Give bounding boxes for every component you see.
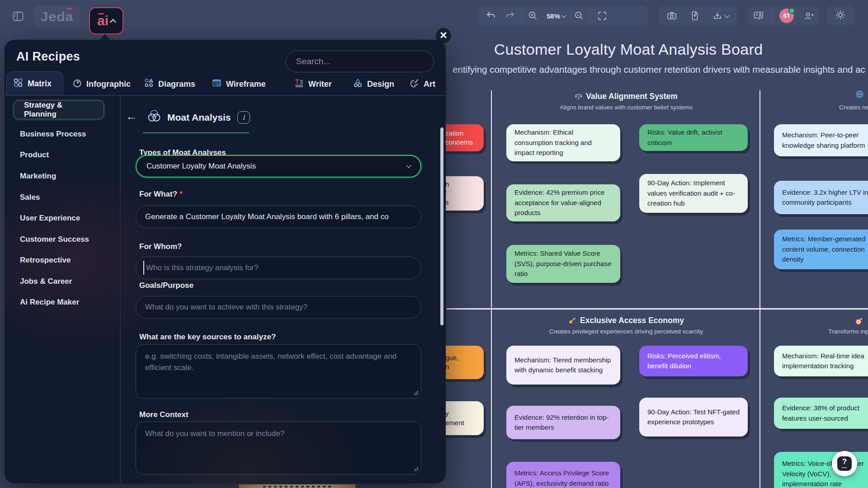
resize-handle[interactable] — [414, 467, 418, 471]
sticky-note[interactable]: Risks: Value drift, activist criticism — [639, 124, 748, 151]
sidebar-item-customer-success[interactable]: Customer Success — [14, 230, 104, 249]
zoom-in-button[interactable] — [524, 6, 542, 26]
present-button[interactable] — [749, 6, 769, 26]
sticky-note[interactable]: 90-Day Action: Test NFT-gated experience… — [639, 398, 748, 436]
globe-icon — [855, 90, 864, 100]
back-button[interactable]: ← — [126, 110, 137, 122]
moat-type-select[interactable]: Customer Loyalty Moat Analysis — [136, 155, 421, 178]
screenshot-button[interactable] — [662, 6, 681, 26]
sticky-note[interactable]: Evidence: 3.2x higher LTV in community p… — [774, 181, 868, 214]
tab-label: Design — [367, 80, 394, 89]
panel-icon — [11, 9, 25, 25]
modal-title: AI Recipes — [16, 50, 80, 64]
user-avatar[interactable]: ST — [775, 6, 798, 26]
zoom-out-button[interactable] — [570, 6, 589, 26]
tab-matrix[interactable]: Matrix — [6, 71, 63, 95]
target-icon — [854, 317, 863, 328]
window-icon — [212, 78, 222, 90]
resize-handle[interactable] — [414, 391, 418, 395]
sticky-note[interactable]: Evidence: 92% retention in top-tier memb… — [506, 406, 620, 439]
key-icon — [568, 316, 576, 327]
for-what-input[interactable] — [136, 206, 421, 228]
sidebar-item-sales[interactable]: Sales — [14, 188, 104, 207]
board-title[interactable]: Customer Loyalty Moat Analysis Board — [493, 41, 764, 58]
context-textarea[interactable] — [136, 422, 421, 474]
chevron-down-icon — [561, 13, 566, 18]
tab-diagrams[interactable]: Diagrams — [144, 75, 195, 93]
sticky-note[interactable]: Mechanism: Tiered membership with dynami… — [506, 346, 620, 385]
sidebar-item-strategy-planning[interactable]: Strategy & Planning — [14, 100, 104, 119]
section-header-exclusive-access[interactable]: Exclusive Access Economy — [493, 316, 760, 327]
canvas-banner-strip[interactable] — [239, 484, 355, 488]
section-header-value-alignment[interactable]: Value Alignment System — [493, 92, 760, 103]
upload-file-button[interactable] — [685, 6, 704, 26]
settings-button[interactable] — [826, 6, 854, 26]
sidebar-item-marketing[interactable]: Marketing — [14, 167, 104, 186]
info-icon[interactable]: i — [237, 111, 250, 124]
gear-icon — [835, 9, 846, 23]
sidebar-item-retrospective[interactable]: Retrospective — [14, 251, 104, 270]
sidebar-toggle-button[interactable] — [6, 5, 30, 29]
download-button[interactable] — [708, 6, 733, 26]
undo-button[interactable] — [481, 6, 500, 26]
sticky-note[interactable]: Evidence: 42% premium price acceptance f… — [506, 184, 620, 221]
sticky-note[interactable]: Mechanism: Real-time idea implementation… — [774, 346, 868, 376]
tab-wireframe[interactable]: Wireframe — [212, 75, 266, 93]
jeda-logo[interactable]: Jeda — [33, 5, 80, 28]
goals-field — [136, 296, 421, 319]
shapes-icon — [144, 78, 154, 90]
sticky-note[interactable]: Risks: Perceived elitism, benefit diluti… — [639, 346, 748, 376]
required-asterisk: * — [179, 190, 183, 198]
context-label: More Context — [139, 410, 189, 419]
for-whom-input[interactable] — [136, 257, 421, 279]
fullscreen-button[interactable] — [593, 6, 612, 26]
tab-writer[interactable]: Writer — [294, 75, 332, 93]
close-modal-button[interactable]: × — [436, 28, 451, 43]
recipe-search — [286, 51, 434, 72]
tab-art[interactable]: Art — [409, 75, 435, 93]
sidebar-item-user-experience[interactable]: User Experience — [14, 209, 104, 228]
sidebar-item-ai-recipe-maker[interactable]: Ai Recipe Maker — [14, 293, 104, 312]
sidebar-item-jobs-career[interactable]: Jobs & Career — [14, 272, 104, 291]
zoom-level[interactable]: 58% — [542, 6, 570, 26]
context-field — [136, 422, 421, 474]
design-icon — [353, 78, 363, 90]
modal-scrollbar-thumb[interactable] — [440, 127, 443, 325]
banner-text-marks — [263, 486, 331, 488]
goals-label: Goals/Purpose — [139, 281, 193, 290]
tab-infographic[interactable]: Infographic — [72, 75, 131, 93]
sticky-note[interactable]: Mechanism: Peer-to-peer knowledge sharin… — [774, 124, 868, 156]
ai-recipes-button[interactable]: ai — [89, 7, 123, 34]
chevron-down-icon — [406, 163, 411, 168]
tab-label: Diagrams — [158, 80, 195, 89]
export-toolbar — [658, 6, 737, 26]
sticky-note[interactable]: 90-Day Action: Implement values verifica… — [639, 174, 748, 213]
section-title: Exclusive Access Economy — [580, 316, 684, 325]
board-subtitle[interactable]: entifying competitive advantages through… — [445, 64, 868, 75]
sidebar-item-business-process[interactable]: Business Process — [14, 125, 104, 144]
sticky-note[interactable]: Evidence: 38% of product features user-s… — [774, 398, 868, 429]
logo-accent: a — [66, 9, 74, 24]
help-button[interactable]: ?••• — [832, 451, 857, 476]
sticky-note[interactable]: Metrics: Shared Value Score (SVS), purpo… — [506, 245, 620, 283]
tabs-divider — [5, 95, 446, 96]
chevron-down-icon — [725, 13, 730, 18]
sidebar-item-product[interactable]: Product — [14, 145, 104, 164]
for-what-label: For What?* — [139, 190, 183, 199]
goals-input[interactable] — [136, 296, 421, 319]
palette-icon — [409, 78, 420, 90]
chevron-up-icon — [110, 19, 116, 25]
tab-label: Art — [424, 80, 435, 89]
ai-recipes-modal: AI Recipes Matrix Infographic — [5, 40, 446, 483]
sticky-note[interactable]: Metrics: Access Privilege Score (APS), e… — [506, 462, 620, 488]
invite-user-button[interactable] — [799, 6, 818, 26]
sticky-note[interactable]: Metrics: Member-generated content volume… — [774, 230, 868, 269]
sticky-note[interactable]: Mechanism: Ethical consumption tracking … — [506, 124, 620, 161]
tab-design[interactable]: Design — [353, 75, 394, 93]
sources-textarea[interactable] — [136, 344, 421, 399]
tab-label: Writer — [308, 80, 332, 89]
online-status-dot — [788, 8, 795, 14]
redo-button[interactable] — [500, 6, 519, 26]
search-input[interactable] — [286, 51, 434, 72]
pie-icon — [72, 78, 82, 90]
